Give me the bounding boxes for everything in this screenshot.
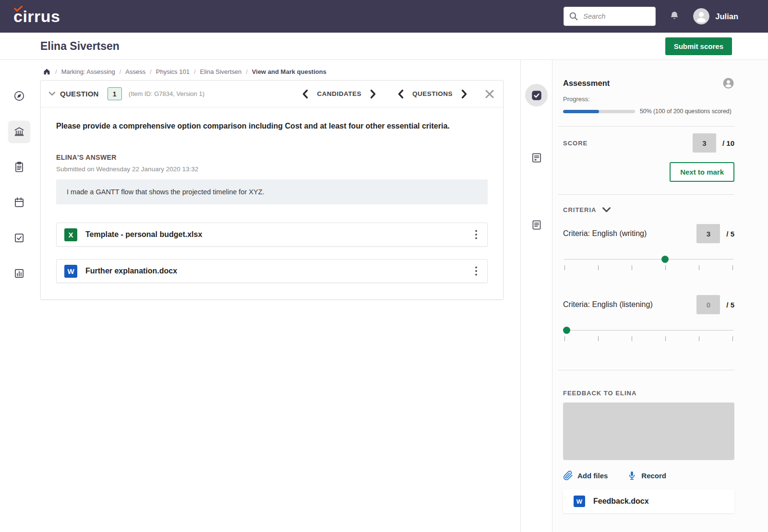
breadcrumb-item-marking[interactable]: Marking: Assessing <box>61 68 115 75</box>
attachment-menu-button[interactable] <box>471 264 481 278</box>
question-card-body: Please provide a comprehensive option co… <box>41 107 503 299</box>
attachment-name: Further explanation.docx <box>85 267 177 275</box>
feedback-textarea[interactable] <box>563 402 734 460</box>
criterion-row: Criteria: English (writing) 3 / 5 <box>563 224 734 243</box>
question-label: QUESTION <box>60 90 99 98</box>
assessment-panel-header: Assessment <box>563 77 734 89</box>
kebab-icon <box>475 266 478 276</box>
slider-handle[interactable] <box>563 327 570 334</box>
slider-track <box>564 330 733 331</box>
breadcrumb-separator: / <box>194 68 196 75</box>
person-icon[interactable] <box>722 77 734 89</box>
submitted-timestamp: Submitted on Wednesday 22 January 2020 1… <box>56 166 488 173</box>
panel-divider <box>558 194 734 195</box>
breadcrumb-separator: / <box>55 68 57 75</box>
search-box[interactable] <box>564 7 656 26</box>
question-number-badge: 1 <box>108 87 122 100</box>
attachment-menu-button[interactable] <box>471 227 481 242</box>
feedback-actions: Add files Record <box>563 471 734 481</box>
sidebar-item-institution[interactable] <box>9 121 30 142</box>
tab-assessment[interactable] <box>525 84 548 106</box>
search-icon <box>569 12 578 21</box>
slider-ticks <box>564 265 733 270</box>
candidate-answer-text: I made a GANTT flow that shows the proje… <box>67 188 264 196</box>
assessment-title: Assessment <box>563 79 610 88</box>
breadcrumb-item-assess[interactable]: Assess <box>125 68 145 75</box>
next-row: Next to mark <box>563 162 734 182</box>
breadcrumb-item-candidate[interactable]: Elina Sivertsen <box>200 68 242 75</box>
notifications-button[interactable] <box>668 10 681 23</box>
sidebar-item-marking[interactable] <box>9 227 30 248</box>
criterion-value-box[interactable]: 0 <box>696 295 720 314</box>
feedback-file-row[interactable]: W Feedback.docx <box>563 489 734 513</box>
questions-pager: QUESTIONS <box>397 89 468 99</box>
record-button[interactable]: Record <box>627 471 666 481</box>
attachment-row[interactable]: X Template - personal budget.xlsx <box>56 223 488 247</box>
slider-handle[interactable] <box>661 256 669 263</box>
logo-check-icon <box>14 6 23 12</box>
candidates-label: CANDIDATES <box>317 90 361 97</box>
sidebar-item-assessments[interactable] <box>9 156 30 177</box>
chevron-down-icon <box>48 91 56 96</box>
chevron-left-icon <box>302 89 309 99</box>
chevron-right-icon <box>370 89 376 99</box>
compass-icon <box>13 90 25 102</box>
word-file-icon: W <box>64 265 77 278</box>
next-to-mark-button[interactable]: Next to mark <box>670 162 734 182</box>
add-files-button[interactable]: Add files <box>563 471 608 481</box>
sidebar-item-reports[interactable] <box>9 263 30 284</box>
app-logo[interactable]: cirrus <box>13 7 60 26</box>
breadcrumb: / Marking: Assessing / Assess / Physics … <box>43 68 520 76</box>
criterion-value-box[interactable]: 3 <box>696 224 720 243</box>
excel-file-icon: X <box>64 228 77 241</box>
breadcrumb-item-course[interactable]: Physics 101 <box>156 68 190 75</box>
criterion-slider[interactable] <box>563 256 734 273</box>
next-candidate-button[interactable] <box>370 89 376 99</box>
chevron-right-icon <box>461 89 468 99</box>
add-files-label: Add files <box>577 472 608 480</box>
attachment-row[interactable]: W Further explanation.docx <box>56 259 488 283</box>
question-text: Please provide a comprehensive option co… <box>56 121 488 131</box>
calendar-icon <box>13 196 25 209</box>
criteria-header[interactable]: CRITERIA <box>563 206 734 213</box>
feedback-file-name: Feedback.docx <box>593 497 649 506</box>
breadcrumb-current: View and Mark questions <box>252 68 326 75</box>
criterion-label: Criteria: English (listening) <box>563 300 653 309</box>
next-question-button[interactable] <box>461 89 468 99</box>
question-card: QUESTION 1 (Item ID: G7834, Version 1) C… <box>40 80 504 300</box>
progress-row: 50% (100 of 200 questions scored) <box>563 108 734 115</box>
page-title: Elina Sivertsen <box>40 40 120 53</box>
progress-bar <box>563 110 635 113</box>
tab-scorecard[interactable] <box>530 152 543 164</box>
avatar-person-icon <box>693 8 709 24</box>
questions-label: QUESTIONS <box>412 90 453 97</box>
prev-question-button[interactable] <box>397 89 404 99</box>
criteria-label: CRITERIA <box>563 206 596 213</box>
main-area: / Marking: Assessing / Assess / Physics … <box>38 60 520 532</box>
criterion-writing: Criteria: English (writing) 3 / 5 <box>563 224 734 273</box>
score-max: / 10 <box>722 139 734 147</box>
close-question-button[interactable] <box>484 88 495 100</box>
slider-ticks <box>564 336 733 341</box>
sidebar-item-schedule[interactable] <box>9 192 30 213</box>
sidebar-item-dashboard[interactable] <box>9 85 30 106</box>
criterion-max: / 5 <box>726 301 734 309</box>
prev-candidate-button[interactable] <box>302 89 309 99</box>
question-collapse-button[interactable] <box>48 91 56 96</box>
topbar-actions: Julian <box>564 7 738 26</box>
kebab-icon <box>475 229 478 240</box>
attachment-name: Template - personal budget.xlsx <box>85 230 202 239</box>
home-icon[interactable] <box>43 68 51 76</box>
criterion-row: Criteria: English (listening) 0 / 5 <box>563 295 734 314</box>
criterion-slider[interactable] <box>563 327 734 344</box>
subheader: Elina Sivertsen Submit scores <box>0 33 768 60</box>
avatar[interactable] <box>693 8 709 24</box>
criterion-label: Criteria: English (writing) <box>563 229 647 238</box>
score-value-box[interactable]: 3 <box>693 133 716 153</box>
submit-scores-button[interactable]: Submit scores <box>665 37 732 55</box>
item-meta: (Item ID: G7834, Version 1) <box>129 90 204 97</box>
tab-notes[interactable] <box>530 219 543 231</box>
checkbox-icon <box>13 232 25 244</box>
feedback-label: FEEDBACK TO ELINA <box>563 390 734 397</box>
bar-chart-icon <box>13 267 25 280</box>
